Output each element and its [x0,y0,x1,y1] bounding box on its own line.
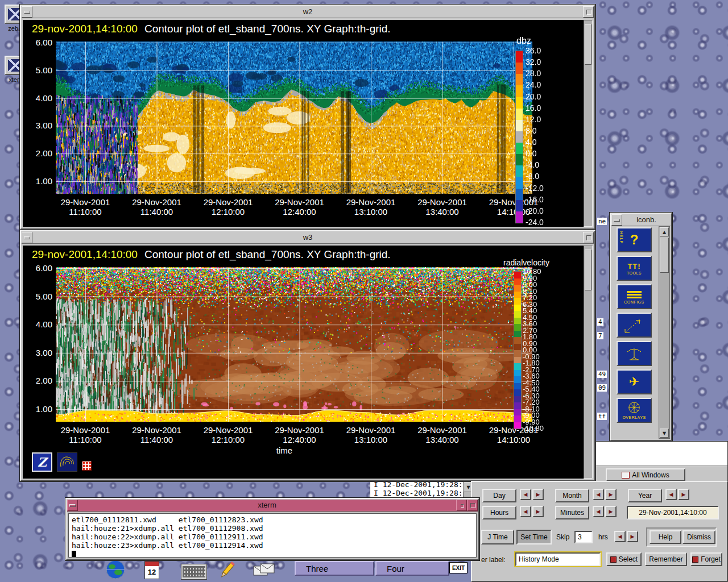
forget-label: Forget [701,555,721,563]
y-axis-tick-label: 1.00 [25,404,52,414]
globe-icon[interactable] [106,560,125,581]
iconb-titlebar[interactable]: iconb. [611,214,671,226]
help-icon[interactable]: HELP? [617,227,652,252]
colorbar-segment [514,350,521,357]
plot-timestamp: 29-nov-2001,14:10:00 [32,23,138,35]
y-axis-tick-label: 3.00 [25,120,52,130]
colorbar [515,51,523,223]
iconb-scrollbar[interactable]: ▲ ▼ [659,226,670,439]
pencil-icon[interactable] [218,560,235,582]
window-label-input[interactable]: History Mode [515,552,601,566]
all-windows-button[interactable]: All Windows [606,468,685,481]
scrollbar-thumb[interactable] [660,238,669,273]
colorbar-segment [514,292,521,298]
spin-right-icon[interactable]: ▶ [627,531,638,542]
x-tick-date: 29-Nov-2001 [411,425,474,435]
forget-button[interactable]: Forget [690,552,722,566]
window-menu-icon[interactable] [22,6,32,18]
x-tick-date: 29-Nov-2001 [411,197,474,207]
tools-icon[interactable]: TT!TOOLS [617,256,652,281]
help-button[interactable]: Help [650,530,681,544]
year-button[interactable]: Year [628,489,662,502]
colorbar-label: -10.80 [523,424,544,433]
minutes-button[interactable]: Minutes [555,506,589,519]
overlays-icon[interactable]: OVERLAYS [617,398,652,423]
colorbar-label: -16.0 [526,195,544,204]
colorbar-segment [514,285,521,292]
window-menu-icon[interactable] [611,214,622,226]
spin-right-icon[interactable]: ▶ [532,489,544,500]
spin-left-icon[interactable]: ◀ [614,531,626,542]
xterm-titlebar[interactable]: xterm [67,500,478,512]
spin-left-icon[interactable]: ◀ [593,489,604,500]
day-button[interactable]: Day [482,489,516,502]
grid-icon[interactable] [82,461,92,471]
window-title: iconb. [622,214,671,226]
colorbar-segment [516,97,523,109]
terminal-line: hail:houze:21>xdump.all etl700_01112908.… [72,524,473,533]
plot-title: Contour plot of etl_sband_700ns. XY Grap… [144,23,391,35]
x-tick-date: 29-Nov-2001 [196,425,260,435]
window-maximize-icon[interactable] [583,232,594,243]
calendar-icon[interactable]: 12 [144,561,159,579]
spin-right-icon[interactable]: ▶ [605,489,617,500]
spin-right-icon[interactable]: ▶ [605,506,617,517]
window-maximize-icon[interactable] [583,6,594,18]
colorbar-segment [516,165,523,177]
event-log-list[interactable]: I 12-Dec-2001,19:28:27I 12-Dec-2001,19:2… [374,480,471,497]
dismiss-button[interactable]: Dismiss [682,530,715,544]
x-axis-tick: 29-Nov-200113:40:00 [411,197,474,217]
window-maximize-icon[interactable] [467,500,478,511]
velocity-contour-plot[interactable] [56,267,532,422]
aircraft-icon[interactable]: ✈ [617,369,652,394]
spin-left-icon[interactable]: ◀ [665,489,677,500]
scroll-down-icon[interactable]: ▼ [660,429,669,438]
obscured-text-fragment: 09 [597,384,607,392]
window-title: w2 [32,6,583,18]
hours-button[interactable]: Hours [482,506,516,519]
colorbar-segment [514,370,521,377]
w2-titlebar[interactable]: w2 [22,6,594,18]
vertical-scrollbar[interactable] [584,20,593,227]
x-axis-tick: 29-Nov-200113:40:00 [411,425,474,444]
reflectivity-contour-plot[interactable] [56,41,532,194]
x-tick-date: 29-Nov-2001 [196,197,260,207]
configs-icon[interactable]: CONFIGS [617,284,652,309]
pager-button-three[interactable]: Three [295,561,374,576]
radar-antenna-icon[interactable] [617,341,652,366]
obscured-text-fragment: tf [597,413,607,420]
spin-right-icon[interactable]: ▶ [678,489,689,500]
pager-button-four[interactable]: Four [375,561,449,576]
select-icon [610,556,617,563]
scrollbar-thumb[interactable] [585,24,592,65]
skip-input[interactable]: 3 [574,531,593,543]
mail-icon[interactable] [253,562,275,581]
zeb-logo-icon[interactable]: Z [32,452,52,472]
w3-titlebar[interactable]: w3 [22,232,594,244]
contour-icon[interactable] [57,452,77,472]
terminal-content[interactable]: etl700_01112811.xwd etl700_01112823.xwdh… [68,513,477,558]
keyboard-icon[interactable] [181,564,207,580]
vertical-scrollbar[interactable] [584,246,593,479]
spin-right-icon[interactable]: ▶ [532,506,544,517]
colorbar-segment [514,422,521,429]
set-time-button[interactable]: Set Time [516,530,552,544]
window-menu-icon[interactable] [22,232,32,243]
scroll-up-icon[interactable]: ▲ [660,227,669,236]
scrollbar-thumb[interactable] [585,250,592,290]
month-button[interactable]: Month [555,489,589,502]
window-minimize-icon[interactable] [456,500,467,511]
select-button[interactable]: Select [606,552,642,566]
radar-sweep-icon[interactable] [617,313,652,338]
window-menu-icon[interactable] [67,500,78,511]
remember-button[interactable]: Remember [645,552,687,566]
x-axis-tick: 29-Nov-200111:40:00 [125,425,189,444]
spin-left-icon[interactable]: ◀ [520,506,531,517]
colorbar-label: -24.0 [526,218,544,227]
adjust-time-button[interactable]: J Time [481,530,514,544]
spin-left-icon[interactable]: ◀ [520,489,531,500]
colorbar-label: 28.0 [526,69,541,78]
spin-left-icon[interactable]: ◀ [593,506,604,517]
exit-button[interactable]: EXIT [449,562,468,573]
y-axis-tick-label: 6.00 [25,263,52,273]
